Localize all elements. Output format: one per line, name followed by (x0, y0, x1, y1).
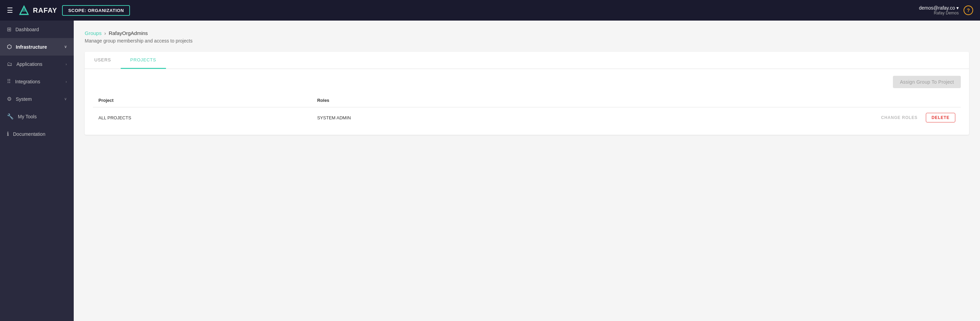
actions-cell: CHANGE ROLES DELETE (540, 113, 955, 122)
breadcrumb-current: RafayOrgAdmins (109, 30, 148, 36)
sidebar: ⊞ Dashboard ⬡ Infrastructure ∨ 🗂 Applica… (0, 21, 74, 321)
help-icon[interactable]: ? (964, 5, 973, 15)
breadcrumb: Groups › RafayOrgAdmins (85, 30, 969, 36)
scope-badge[interactable]: SCOPE: ORGANIZATION (62, 5, 130, 16)
mytools-icon: 🔧 (7, 113, 14, 120)
user-name: Rafay Demos (919, 11, 959, 16)
user-email: demos@rafay.co ▾ (919, 5, 959, 11)
breadcrumb-separator: › (104, 30, 106, 36)
tabs: USERS PROJECTS (85, 52, 969, 69)
sidebar-item-label: Dashboard (16, 27, 67, 32)
sidebar-item-label: Infrastructure (16, 44, 60, 50)
page-subtitle: Manage group membership and access to pr… (85, 38, 969, 44)
layout: ⊞ Dashboard ⬡ Infrastructure ∨ 🗂 Applica… (0, 21, 980, 321)
delete-button[interactable]: DELETE (926, 113, 955, 122)
cell-actions: CHANGE ROLES DELETE (535, 107, 961, 128)
col-roles: Roles (312, 94, 535, 107)
table-header: Project Roles (93, 94, 961, 107)
sidebar-item-applications[interactable]: 🗂 Applications › (0, 56, 74, 73)
assign-group-to-project-button[interactable]: Assign Group To Project (893, 76, 961, 88)
sidebar-item-integrations[interactable]: ⠿ Integrations › (0, 73, 74, 90)
table-row: ALL PROJECTS SYSTEM ADMIN CHANGE ROLES D… (93, 107, 961, 128)
table-toolbar: Assign Group To Project (93, 76, 961, 88)
table-area: Assign Group To Project Project Roles AL… (85, 69, 969, 135)
user-info[interactable]: demos@rafay.co ▾ Rafay Demos (919, 5, 959, 16)
sidebar-item-mytools[interactable]: 🔧 My Tools (0, 108, 74, 125)
sidebar-item-label: Documentation (13, 131, 67, 137)
topnav: ☰ RAFAY SCOPE: ORGANIZATION demos@rafay.… (0, 0, 980, 21)
col-project: Project (93, 94, 312, 107)
table-body: ALL PROJECTS SYSTEM ADMIN CHANGE ROLES D… (93, 107, 961, 128)
sidebar-item-label: Integrations (15, 79, 61, 84)
dropdown-arrow-icon: ▾ (956, 5, 959, 11)
logo-icon (18, 4, 30, 16)
content-card: USERS PROJECTS Assign Group To Project P… (85, 52, 969, 135)
scope-value: ORGANIZATION (88, 8, 124, 13)
sidebar-item-dashboard[interactable]: ⊞ Dashboard (0, 21, 74, 38)
system-icon: ⚙ (7, 96, 12, 102)
sidebar-item-label: System (16, 96, 60, 102)
sidebar-item-label: My Tools (18, 114, 67, 119)
hamburger-icon[interactable]: ☰ (7, 6, 13, 14)
sidebar-item-documentation[interactable]: ℹ Documentation (0, 125, 74, 143)
topnav-left: ☰ RAFAY SCOPE: ORGANIZATION (7, 4, 130, 16)
integrations-icon: ⠿ (7, 78, 11, 85)
infrastructure-icon: ⬡ (7, 44, 12, 50)
sidebar-item-infrastructure[interactable]: ⬡ Infrastructure ∨ (0, 38, 74, 56)
tab-projects[interactable]: PROJECTS (121, 52, 166, 69)
logo: RAFAY (18, 4, 57, 16)
scope-prefix: SCOPE: (68, 8, 88, 13)
sidebar-item-system[interactable]: ⚙ System ∨ (0, 90, 74, 108)
tab-users[interactable]: USERS (85, 52, 121, 69)
cell-roles: SYSTEM ADMIN (312, 107, 535, 128)
sidebar-item-label: Applications (16, 61, 61, 67)
dashboard-icon: ⊞ (7, 26, 11, 33)
chevron-right-icon: › (65, 62, 67, 66)
chevron-right-icon: › (65, 79, 67, 84)
chevron-down-icon: ∨ (64, 44, 67, 49)
documentation-icon: ℹ (7, 131, 9, 137)
col-actions (535, 94, 961, 107)
applications-icon: 🗂 (7, 61, 12, 67)
topnav-right: demos@rafay.co ▾ Rafay Demos ? (919, 5, 973, 16)
cell-project: ALL PROJECTS (93, 107, 312, 128)
chevron-down-icon: ∨ (64, 97, 67, 101)
data-table: Project Roles ALL PROJECTS SYSTEM ADMIN … (93, 94, 961, 128)
breadcrumb-groups-link[interactable]: Groups (85, 30, 102, 36)
main-content: Groups › RafayOrgAdmins Manage group mem… (74, 21, 980, 321)
logo-text: RAFAY (33, 6, 57, 14)
change-roles-button[interactable]: CHANGE ROLES (881, 115, 918, 120)
